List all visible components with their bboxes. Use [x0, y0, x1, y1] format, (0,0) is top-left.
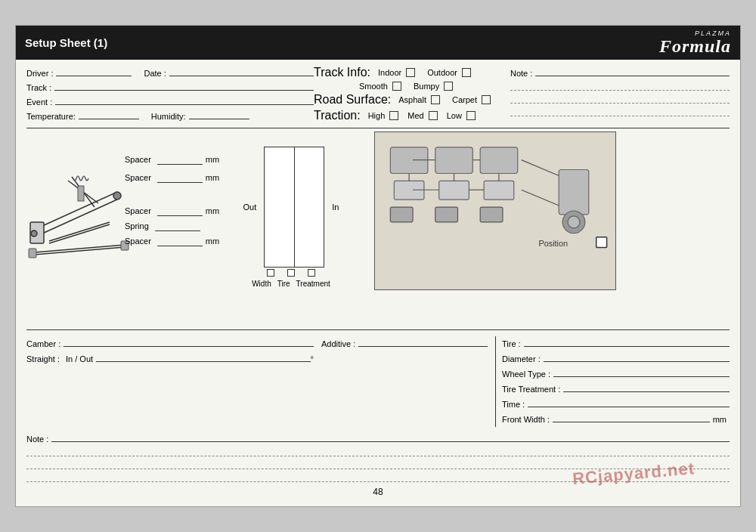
humidity-input[interactable]	[189, 109, 249, 119]
note-top-input[interactable]	[535, 66, 730, 76]
spacer-2-label: Spacer	[125, 173, 151, 182]
svg-rect-19	[484, 181, 514, 200]
in-label: In	[332, 203, 339, 212]
bumpy-checkbox[interactable]	[444, 82, 453, 91]
rear-diagram-section: Position	[374, 131, 730, 328]
spacer-5-label: Spacer	[125, 237, 151, 246]
driver-row: Driver : Date :	[26, 66, 314, 78]
spacer-5-input[interactable]	[157, 236, 203, 246]
camber-row: Camber :	[26, 336, 314, 348]
low-checkbox[interactable]	[466, 111, 476, 120]
spacer-5-unit: mm	[206, 237, 219, 246]
tire-inner-right	[295, 147, 324, 267]
smooth-bumpy-row: Smooth Bumpy	[314, 82, 510, 91]
indoor-checkbox[interactable]	[406, 68, 415, 77]
high-label: High	[368, 111, 386, 120]
additive-input[interactable]	[358, 336, 488, 347]
tire-peg-1	[267, 269, 274, 277]
tire-type-label: Tire :	[502, 339, 521, 348]
temperature-input[interactable]	[79, 109, 139, 119]
svg-line-6	[49, 222, 110, 241]
note-line-2	[510, 93, 730, 104]
note-dashed-3	[26, 472, 730, 482]
med-checkbox[interactable]	[429, 111, 438, 120]
track-input[interactable]	[54, 80, 314, 91]
svg-rect-32	[559, 170, 589, 215]
bottom-section: Camber : Straight : In / Out ° Additive …	[26, 336, 730, 427]
time-input[interactable]	[528, 397, 730, 407]
treatment-label-below: Treatment	[296, 280, 330, 288]
tire-treatment-label: Tire Treatment :	[502, 385, 560, 394]
note-dashed-2	[26, 459, 730, 469]
spacer-labels: Spacer mm Spacer mm Spacer mm	[125, 154, 219, 251]
front-width-label: Front Width :	[502, 415, 550, 424]
svg-text:Position: Position	[538, 239, 568, 248]
high-checkbox[interactable]	[389, 111, 398, 120]
spring-input[interactable]	[155, 221, 200, 231]
logo-formula: Formula	[659, 37, 731, 55]
event-input[interactable]	[55, 94, 314, 105]
front-width-row: Front Width : mm	[502, 412, 730, 424]
asphalt-checkbox[interactable]	[431, 95, 440, 104]
tire-treatment-row: Tire Treatment :	[502, 382, 730, 394]
humidity-label: Humidity:	[151, 112, 186, 121]
tire-type-input[interactable]	[524, 336, 730, 347]
bumpy-label: Bumpy	[414, 82, 439, 91]
page-number: 48	[26, 487, 730, 497]
bottom-left: Camber : Straight : In / Out °	[26, 336, 314, 427]
driver-input[interactable]	[56, 66, 132, 76]
straight-input[interactable]	[96, 351, 310, 362]
divider-1	[26, 128, 730, 128]
diameter-row: Diameter :	[502, 351, 730, 363]
svg-point-8	[31, 230, 37, 237]
spacer-3-input[interactable]	[157, 206, 203, 216]
event-row: Event :	[26, 94, 314, 107]
tire-treatment-input[interactable]	[563, 382, 730, 392]
diameter-input[interactable]	[544, 351, 730, 362]
svg-line-30	[522, 160, 562, 178]
spacer-row-5: Spacer mm	[125, 236, 219, 246]
width-label: Width	[252, 280, 271, 288]
note-line-3	[510, 106, 730, 116]
svg-rect-12	[29, 249, 36, 258]
spacer-2-input[interactable]	[157, 172, 203, 183]
svg-rect-16	[480, 147, 518, 174]
additive-row: Additive :	[321, 336, 488, 348]
temp-row: Temperature: Humidity:	[26, 109, 314, 121]
additive-label: Additive :	[321, 339, 355, 348]
tire-inner-left	[265, 147, 295, 267]
note-label: Note :	[26, 435, 48, 444]
suspension-section: Spacer mm Spacer mm Spacer mm	[26, 131, 208, 328]
tire-peg-3	[308, 269, 315, 277]
svg-line-7	[49, 224, 110, 243]
left-fields: Driver : Date : Track : Event : Temperat…	[26, 66, 314, 125]
wheel-type-input[interactable]	[553, 367, 730, 377]
time-label: Time :	[502, 400, 525, 409]
date-input[interactable]	[169, 66, 314, 76]
track-info-section: Track Info: Indoor Outdoor Smooth Bumpy …	[314, 66, 510, 125]
content-area: Driver : Date : Track : Event : Temperat…	[16, 60, 740, 506]
front-width-input[interactable]	[553, 412, 710, 422]
event-label: Event :	[26, 97, 52, 107]
spacer-3-label: Spacer	[125, 206, 151, 215]
road-surface-row: Road Surface: Asphalt Carpet	[314, 93, 510, 107]
tire-rect-container: Out In	[243, 147, 339, 268]
page: Setup Sheet (1) PLAZMA Formula Driver : …	[15, 25, 741, 507]
svg-line-31	[522, 190, 562, 207]
camber-label: Camber :	[26, 339, 60, 348]
spacer-row-1: Spacer mm	[125, 154, 219, 165]
smooth-checkbox[interactable]	[392, 82, 401, 91]
outdoor-label: Outdoor	[427, 68, 457, 77]
note-input-1[interactable]	[51, 431, 730, 442]
spring-row: Spring	[125, 221, 219, 231]
outdoor-checkbox[interactable]	[462, 68, 471, 77]
carpet-checkbox[interactable]	[482, 95, 491, 104]
date-label: Date :	[144, 69, 166, 78]
camber-input[interactable]	[64, 336, 314, 347]
spacer-2-unit: mm	[206, 173, 219, 182]
straight-label: Straight :	[26, 354, 60, 363]
tire-peg-2	[287, 269, 295, 277]
note-label-row: Note :	[26, 431, 730, 444]
spacer-1-input[interactable]	[157, 154, 203, 165]
tire-label-below: Tire	[277, 280, 290, 288]
